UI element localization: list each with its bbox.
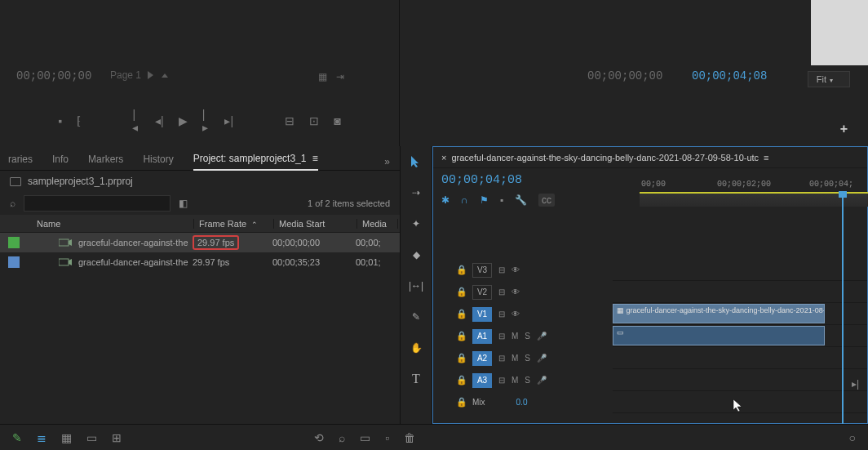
program-timecode-in[interactable]: 00;00;00;00 <box>587 69 662 82</box>
pen-tool-icon[interactable]: ✎ <box>407 308 425 326</box>
crop-icon[interactable]: ▦ <box>318 71 327 82</box>
ripple-edit-tool-icon[interactable]: ✦ <box>407 215 425 233</box>
sync-lock-icon[interactable]: ⊟ <box>498 354 505 363</box>
filter-icon[interactable]: ◧ <box>179 198 188 209</box>
play-icon[interactable]: ▶ <box>179 114 188 127</box>
automate-icon[interactable]: ⟲ <box>314 431 324 444</box>
solo-toggle[interactable]: S <box>525 354 530 363</box>
mic-icon[interactable]: 🎤 <box>537 332 547 341</box>
lock-icon[interactable]: 🔒 <box>456 353 466 363</box>
track-a2[interactable]: 🔒A2⊟MS🎤 <box>433 347 613 369</box>
tab-markers[interactable]: Markers <box>88 154 123 170</box>
mute-toggle[interactable]: M <box>512 376 518 385</box>
track-v2[interactable]: 🔒V2⊟👁 <box>433 281 613 303</box>
mute-toggle[interactable]: M <box>512 332 518 341</box>
sync-lock-icon[interactable]: ⊟ <box>498 265 505 274</box>
solo-toggle[interactable]: S <box>525 332 530 341</box>
sync-lock-icon[interactable]: ⊟ <box>498 376 505 385</box>
sort-icon[interactable]: ⊞ <box>112 431 122 444</box>
col-media-end[interactable]: Media <box>357 219 398 229</box>
cc-icon[interactable]: cc <box>538 194 555 207</box>
tab-info[interactable]: Info <box>52 154 69 170</box>
tab-libraries[interactable]: raries <box>8 154 33 170</box>
timeline-ruler[interactable]: 00;00 00;00;02;00 00;00;04; <box>640 180 868 208</box>
timeline-bottom-icon[interactable]: ○ <box>849 431 856 444</box>
col-name[interactable]: Name <box>0 219 194 229</box>
sync-lock-icon[interactable]: ⊟ <box>498 287 505 296</box>
lock-icon[interactable]: 🔒 <box>456 309 466 319</box>
hand-tool-icon[interactable]: ✋ <box>407 339 425 357</box>
search-input[interactable] <box>24 195 170 212</box>
lock-icon[interactable]: 🔒 <box>456 397 466 408</box>
solo-toggle[interactable]: S <box>525 376 530 385</box>
slip-tool-icon[interactable]: |↔| <box>407 277 425 295</box>
new-item-plus-icon[interactable]: ▫ <box>385 431 389 444</box>
trash-icon[interactable]: 🗑 <box>404 431 415 444</box>
col-framerate[interactable]: Frame Rate⌃ <box>194 219 274 229</box>
playhead[interactable] <box>839 191 847 198</box>
zoom-fit-dropdown[interactable]: Fit <box>808 71 850 87</box>
marker-add-icon[interactable]: ⚑ <box>480 194 489 206</box>
close-seq-icon[interactable]: × <box>441 153 446 163</box>
go-to-in-icon[interactable]: |◂ <box>132 108 140 134</box>
marker-icon[interactable]: ▪ <box>58 114 62 127</box>
video-clip[interactable]: ▦ graceful-dancer-against-the-sky-dancin… <box>613 304 825 323</box>
goto-next-icon[interactable]: ▸| <box>852 378 859 390</box>
freeform-view-icon[interactable]: ▭ <box>86 431 97 444</box>
add-button[interactable]: + <box>840 122 848 136</box>
selection-tool-icon[interactable] <box>407 153 425 171</box>
source-timecode[interactable]: 00;00;00;00 <box>16 69 91 82</box>
overflow-chevron-icon[interactable]: » <box>384 156 390 167</box>
sync-lock-icon[interactable]: ⊟ <box>498 332 505 341</box>
tab-menu-icon[interactable]: ≡ <box>312 153 318 164</box>
timeline-settings-icon[interactable]: 🔧 <box>515 194 527 206</box>
track-a1[interactable]: 🔒A1⊟MS🎤 <box>433 325 613 347</box>
icon-view-icon[interactable]: ▦ <box>61 431 72 444</box>
razor-tool-icon[interactable]: ◆ <box>407 246 425 264</box>
sequence-name[interactable]: graceful-dancer-against-the-sky-dancing-… <box>451 153 759 163</box>
project-list-row[interactable]: graceful-dancer-against-the29.97 fps00;0… <box>0 233 400 252</box>
label-color-chip[interactable] <box>8 256 20 268</box>
linked-selection-icon[interactable]: ∩ <box>461 194 468 206</box>
new-bin-icon[interactable]: ▭ <box>360 431 370 444</box>
col-media-start[interactable]: Media Start <box>274 219 357 229</box>
program-timecode-current[interactable]: 00;00;04;08 <box>692 69 767 82</box>
snap-icon[interactable]: ✱ <box>441 194 450 206</box>
insert-icon[interactable]: ⊟ <box>285 114 294 127</box>
tab-history[interactable]: History <box>143 154 173 170</box>
timeline-marker-icon[interactable]: ▪ <box>500 194 503 206</box>
project-list-row[interactable]: graceful-dancer-against-the29.97 fps00;0… <box>0 252 400 272</box>
in-point-icon[interactable]: ⁅ <box>77 114 81 127</box>
track-mix[interactable]: 🔒Mix0.0 <box>433 391 613 413</box>
lock-icon[interactable]: 🔒 <box>456 265 466 275</box>
track-v1[interactable]: 🔒V1⊟👁 <box>433 303 613 325</box>
tab-project[interactable]: Project: sampleproject3_1 ≡ <box>193 153 318 171</box>
mic-icon[interactable]: 🎤 <box>537 376 547 385</box>
export-frame-icon[interactable]: ◙ <box>334 114 340 127</box>
mix-value[interactable]: 0.0 <box>516 398 528 407</box>
type-tool-icon[interactable]: T <box>407 370 425 388</box>
track-v3[interactable]: 🔒V3⊟👁 <box>433 259 613 281</box>
go-to-out-icon[interactable]: ▸| <box>224 114 233 127</box>
find-icon[interactable]: ⌕ <box>339 431 345 444</box>
step-back-icon[interactable]: ◂| <box>155 114 164 127</box>
lock-icon[interactable]: 🔒 <box>456 375 466 385</box>
step-fwd-icon[interactable]: |▸ <box>202 108 210 134</box>
eye-icon[interactable]: 👁 <box>512 265 520 274</box>
page-selector[interactable]: Page 1 <box>110 69 168 81</box>
eye-icon[interactable]: 👁 <box>512 287 520 296</box>
settings-icon[interactable]: ⇥ <box>336 71 344 82</box>
audio-clip[interactable]: ▭ <box>613 326 825 345</box>
track-content[interactable]: ▦ graceful-dancer-against-the-sky-dancin… <box>613 212 867 423</box>
eye-icon[interactable]: 👁 <box>512 310 520 319</box>
track-select-tool-icon[interactable]: ⇢ <box>407 184 425 202</box>
sync-lock-icon[interactable]: ⊟ <box>498 310 505 319</box>
overwrite-icon[interactable]: ⊡ <box>309 114 319 127</box>
lock-icon[interactable]: 🔒 <box>456 331 466 341</box>
track-a3[interactable]: 🔒A3⊟MS🎤 <box>433 369 613 391</box>
label-color-chip[interactable] <box>8 237 20 248</box>
seq-menu-icon[interactable]: ≡ <box>764 153 768 163</box>
lock-icon[interactable]: 🔒 <box>456 287 466 297</box>
timeline-timecode[interactable]: 00;00;04;08 <box>441 173 522 187</box>
mute-toggle[interactable]: M <box>512 354 518 363</box>
